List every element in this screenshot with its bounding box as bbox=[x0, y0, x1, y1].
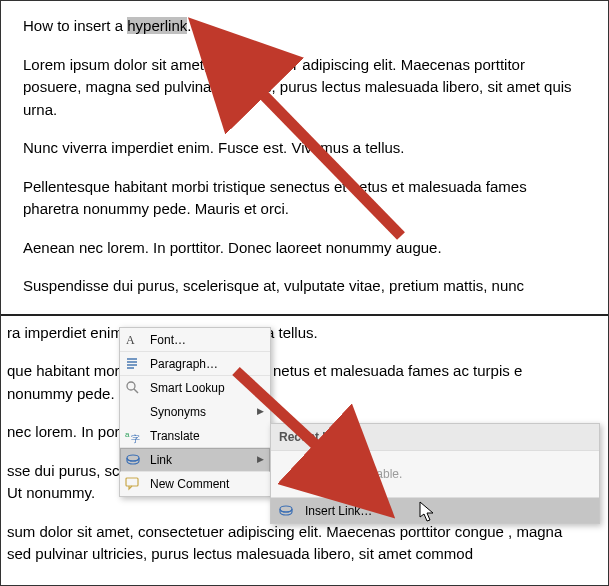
comment-icon bbox=[124, 475, 142, 493]
submenu-empty-text: No items available. bbox=[271, 451, 599, 497]
menu-label: Synonyms bbox=[150, 403, 249, 421]
paragraph-icon bbox=[124, 355, 142, 373]
link-submenu[interactable]: Recent Items No items available. Insert … bbox=[270, 423, 600, 524]
menu-label: Translate bbox=[150, 427, 264, 445]
chevron-right-icon: ▶ bbox=[257, 405, 264, 419]
menu-item-link[interactable]: Link ▶ bbox=[120, 448, 270, 472]
submenu-item-insert-link[interactable]: Insert Link… bbox=[271, 497, 599, 523]
link-icon bbox=[277, 502, 295, 520]
menu-item-new-comment[interactable]: New Comment bbox=[120, 472, 270, 496]
context-menu[interactable]: A Font… Paragraph… Smart Lookup Synonyms… bbox=[119, 327, 271, 497]
body-paragraph: ra imperdiet enim. Fusce est. Vivamus a … bbox=[7, 322, 586, 345]
menu-item-font[interactable]: A Font… bbox=[120, 328, 270, 352]
body-paragraph: Aenean nec lorem. In porttitor. Donec la… bbox=[23, 237, 586, 260]
heading-post: . bbox=[187, 17, 191, 34]
svg-text:a: a bbox=[125, 430, 130, 439]
submenu-label: Insert Link… bbox=[305, 502, 372, 520]
menu-label: Link bbox=[150, 451, 249, 469]
link-icon bbox=[124, 451, 142, 469]
svg-line-2 bbox=[134, 389, 138, 393]
svg-text:A: A bbox=[126, 333, 135, 347]
menu-label: New Comment bbox=[150, 475, 264, 493]
svg-text:字: 字 bbox=[131, 434, 140, 444]
heading-line: How to insert a hyperlink. bbox=[23, 15, 586, 38]
smart-lookup-icon bbox=[124, 379, 142, 397]
body-paragraph: que habitant morbi tristique senectus et… bbox=[7, 360, 586, 405]
menu-item-paragraph[interactable]: Paragraph… bbox=[120, 352, 270, 376]
menu-label: Paragraph… bbox=[150, 355, 264, 373]
translate-icon: a字 bbox=[124, 427, 142, 445]
heading-pre: How to insert a bbox=[23, 17, 127, 34]
menu-label: Smart Lookup bbox=[150, 379, 264, 397]
body-paragraph: Nunc viverra imperdiet enim. Fusce est. … bbox=[23, 137, 586, 160]
selected-text[interactable]: hyperlink bbox=[127, 17, 187, 34]
menu-label: Font… bbox=[150, 331, 264, 349]
body-paragraph: Suspendisse dui purus, scelerisque at, v… bbox=[23, 275, 586, 298]
body-paragraph: sum dolor sit amet, consectetuer adipisc… bbox=[7, 521, 586, 566]
body-paragraph: Lorem ipsum dolor sit amet, consectetuer… bbox=[23, 54, 586, 122]
svg-point-1 bbox=[127, 382, 135, 390]
menu-item-smart-lookup[interactable]: Smart Lookup bbox=[120, 376, 270, 400]
menu-item-translate[interactable]: a字 Translate bbox=[120, 424, 270, 448]
menu-item-synonyms[interactable]: Synonyms ▶ bbox=[120, 400, 270, 424]
document-area-upper: How to insert a hyperlink. Lorem ipsum d… bbox=[1, 1, 608, 298]
submenu-header: Recent Items bbox=[271, 424, 599, 451]
svg-rect-6 bbox=[126, 478, 138, 486]
blank-icon bbox=[124, 403, 142, 421]
font-icon: A bbox=[124, 331, 142, 349]
body-paragraph: Pellentesque habitant morbi tristique se… bbox=[23, 176, 586, 221]
chevron-right-icon: ▶ bbox=[257, 453, 264, 467]
